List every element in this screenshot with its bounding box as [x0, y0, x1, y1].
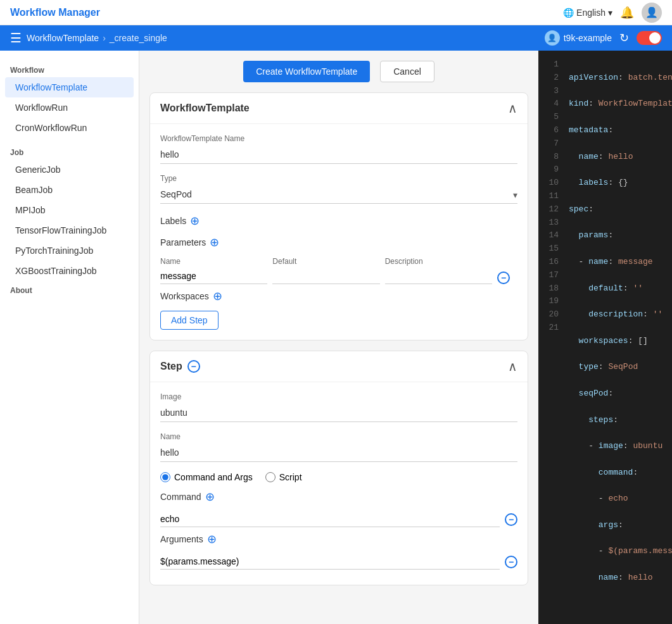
sidebar-item-workflowtemplate[interactable]: WorkflowTemplate: [5, 77, 134, 97]
code-line-15: - image: ubuntu: [569, 440, 672, 453]
code-line-9: default: '': [569, 282, 672, 296]
hamburger-menu-icon[interactable]: ☰: [10, 30, 22, 46]
line-num-21: 21: [543, 321, 559, 335]
line-num-20: 20: [543, 308, 559, 321]
refresh-icon[interactable]: ↻: [619, 31, 629, 45]
remove-argument-button[interactable]: −: [505, 556, 517, 568]
workflowtemplate-card-title: WorkflowTemplate: [160, 103, 250, 114]
param-default-input[interactable]: [272, 268, 379, 284]
sidebar-item-workflowrun[interactable]: WorkflowRun: [5, 97, 134, 118]
line-num-14: 14: [543, 229, 559, 242]
line-num-18: 18: [543, 282, 559, 296]
workflowtemplate-collapse-button[interactable]: ∧: [508, 101, 517, 116]
command-and-args-radio-option[interactable]: Command and Args: [160, 472, 253, 482]
form-panel: Create WorkflowTemplate Cancel WorkflowT…: [139, 51, 538, 624]
plus-circle-icon-args: ⊕: [207, 532, 217, 546]
add-workspace-button[interactable]: ⊕: [213, 289, 222, 303]
plus-circle-icon-params: ⊕: [210, 235, 219, 249]
argument-row: −: [160, 554, 517, 570]
breadcrumb-parent[interactable]: WorkflowTemplate: [27, 33, 99, 43]
sidebar-about-section: About: [0, 281, 139, 297]
workspaces-label: Workspaces: [160, 291, 209, 301]
param-default-header: Default: [272, 257, 379, 266]
sidebar: Workflow WorkflowTemplate WorkflowRun Cr…: [0, 51, 139, 624]
add-command-button[interactable]: ⊕: [205, 490, 215, 504]
sidebar-workflow-section: Workflow: [0, 61, 139, 77]
type-select[interactable]: SeqPod DAG: [160, 185, 517, 204]
sidebar-item-mpijob[interactable]: MPIJob: [5, 200, 134, 220]
param-row: −: [160, 268, 517, 284]
step-name-input[interactable]: [160, 444, 517, 462]
code-line-2: kind: WorkflowTemplate: [569, 97, 672, 111]
param-description-input[interactable]: [385, 268, 492, 284]
name-input[interactable]: [160, 146, 517, 164]
script-radio-option[interactable]: Script: [265, 472, 302, 482]
line-num-3: 3: [543, 85, 559, 98]
remove-step-button[interactable]: −: [187, 360, 200, 373]
code-line-13: seqPod:: [569, 387, 672, 401]
code-line-1: apiVersion: batch.tensorstack.dev/v1beta…: [569, 72, 672, 85]
sidebar-item-pytorchtrainingjob[interactable]: PyTorchTrainingJob: [5, 240, 134, 261]
content-area: Create WorkflowTemplate Cancel WorkflowT…: [139, 51, 672, 624]
main-layout: Workflow WorkflowTemplate WorkflowRun Cr…: [0, 51, 672, 624]
line-numbers: 1 2 3 4 5 6 7 8 9 10 11 12 13 14 15 16 1: [538, 51, 564, 624]
secondary-nav: ☰ WorkflowTemplate › _create_single 👤 t9…: [0, 25, 672, 51]
remove-param-button[interactable]: −: [497, 271, 510, 284]
add-argument-button[interactable]: ⊕: [207, 532, 217, 546]
type-select-wrapper: SeqPod DAG ▾: [160, 185, 517, 204]
code-content[interactable]: apiVersion: batch.tensorstack.dev/v1beta…: [564, 51, 672, 624]
top-nav-left: Workflow Manager: [10, 7, 100, 18]
workflowtemplate-card-header: WorkflowTemplate ∧: [150, 93, 528, 124]
toggle-knob: [649, 32, 661, 44]
code-panel: 1 2 3 4 5 6 7 8 9 10 11 12 13 14 15 16 1: [538, 51, 672, 624]
script-radio[interactable]: [265, 472, 276, 482]
param-description-header: Description: [385, 257, 492, 266]
language-selector[interactable]: 🌐 English ▾: [563, 8, 612, 18]
line-num-13: 13: [543, 216, 559, 230]
user-account-avatar: 👤: [545, 30, 560, 46]
toggle-switch[interactable]: [637, 31, 662, 45]
line-num-4: 4: [543, 97, 559, 111]
command-label: Command: [160, 492, 201, 502]
code-lines: 1 2 3 4 5 6 7 8 9 10 11 12 13 14 15 16 1: [538, 51, 672, 624]
remove-command-button[interactable]: −: [505, 513, 517, 526]
sidebar-item-xgboosttrainingjob[interactable]: XGBoostTrainingJob: [5, 261, 134, 281]
code-line-14: steps:: [569, 414, 672, 427]
add-parameter-button[interactable]: ⊕: [210, 235, 219, 249]
sidebar-item-genericjob[interactable]: GenericJob: [5, 159, 134, 180]
secondary-nav-left: ☰ WorkflowTemplate › _create_single: [10, 30, 167, 46]
user-avatar[interactable]: 👤: [642, 3, 662, 23]
line-num-7: 7: [543, 137, 559, 151]
argument-input[interactable]: [160, 554, 500, 570]
create-workflowtemplate-button[interactable]: Create WorkflowTemplate: [243, 61, 370, 82]
step-card-body: Image Name Command and Args: [150, 382, 528, 585]
top-nav-right: 🌐 English ▾ 🔔 👤: [563, 3, 662, 23]
command-row: −: [160, 511, 517, 527]
code-line-11: workspaces: []: [569, 335, 672, 348]
breadcrumb: WorkflowTemplate › _create_single: [27, 33, 167, 43]
line-num-8: 8: [543, 151, 559, 164]
cancel-button[interactable]: Cancel: [380, 61, 434, 82]
command-input[interactable]: [160, 511, 500, 527]
chevron-down-icon: ▾: [608, 8, 612, 18]
param-name-input[interactable]: [160, 268, 267, 284]
add-label-button[interactable]: ⊕: [190, 214, 200, 228]
command-and-args-radio[interactable]: [160, 472, 170, 482]
sidebar-item-tensorflowtrainingjob[interactable]: TensorFlowTrainingJob: [5, 220, 134, 240]
arguments-section-header: Arguments ⊕: [160, 532, 517, 546]
type-field-label: Type: [160, 174, 517, 183]
name-field-group: WorkflowTemplate Name: [160, 134, 517, 164]
line-num-2: 2: [543, 72, 559, 85]
line-num-19: 19: [543, 295, 559, 308]
code-line-18: args:: [569, 519, 672, 532]
image-input[interactable]: [160, 404, 517, 422]
notification-bell-icon[interactable]: 🔔: [620, 6, 634, 20]
command-type-radio-group: Command and Args Script: [160, 472, 517, 482]
workflowtemplate-card-body: WorkflowTemplate Name Type SeqPod DAG ▾: [150, 124, 528, 340]
add-step-button[interactable]: Add Step: [160, 311, 219, 330]
sidebar-item-beamjob[interactable]: BeamJob: [5, 180, 134, 200]
step-collapse-button[interactable]: ∧: [508, 359, 517, 374]
sidebar-item-cronworkflowrun[interactable]: CronWorkflowRun: [5, 118, 134, 138]
line-num-12: 12: [543, 203, 559, 216]
arguments-label: Arguments: [160, 534, 203, 544]
